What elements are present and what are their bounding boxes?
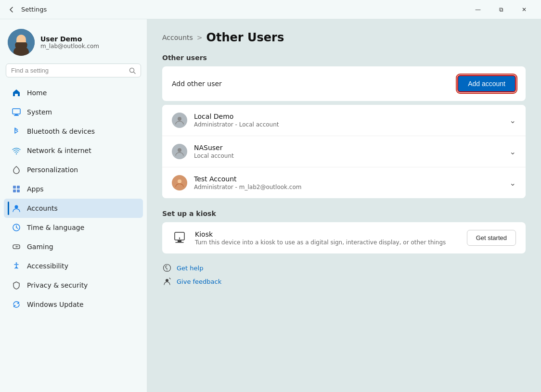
accessibility-icon [12, 261, 21, 271]
app-body: User Demo m_lab@outlook.com Home [0, 19, 541, 392]
kiosk-section: Set up a kiosk Kiosk Turn this device in… [162, 210, 526, 253]
get-help-link[interactable]: Get help [162, 263, 526, 273]
sidebar-item-system-label: System [27, 108, 52, 116]
user-row-name-local-demo: Local Demo [194, 113, 510, 120]
avatar [8, 29, 35, 56]
titlebar-title: Settings [21, 6, 467, 13]
svg-point-19 [16, 263, 17, 264]
sidebar-item-apps-label: Apps [27, 185, 44, 193]
sidebar-item-gaming[interactable]: Gaming [4, 237, 143, 256]
sidebar-item-time-label: Time & language [27, 224, 84, 231]
time-icon [12, 223, 21, 232]
titlebar: Settings — ⧉ ✕ [0, 0, 541, 19]
sidebar: User Demo m_lab@outlook.com Home [0, 19, 147, 392]
user-row-test-account[interactable]: Test Account Administrator - m_lab2@outl… [162, 167, 526, 198]
minimize-button[interactable]: — [467, 2, 489, 17]
svg-rect-5 [13, 109, 20, 114]
system-icon [12, 107, 21, 117]
sidebar-item-update-label: Windows Update [27, 301, 84, 308]
user-avatar-nasuser [172, 144, 187, 159]
bluetooth-icon [12, 126, 21, 136]
sidebar-item-system[interactable]: System [4, 102, 143, 122]
add-user-row: Add other user Add account [162, 66, 526, 101]
user-row-local-demo[interactable]: Local Demo Administrator - Local account… [162, 105, 526, 136]
get-started-button[interactable]: Get started [467, 230, 516, 246]
user-email: m_lab@outlook.com [40, 43, 99, 50]
breadcrumb: Accounts > Other Users [162, 31, 526, 44]
svg-point-20 [178, 117, 181, 121]
user-avatar-local-demo [172, 113, 187, 128]
other-users-title: Other users [162, 54, 526, 62]
chevron-down-icon-test-account: ⌄ [510, 178, 516, 188]
breadcrumb-current: Other Users [206, 31, 284, 44]
user-name: User Demo [40, 35, 99, 43]
personalization-icon [12, 165, 21, 175]
kiosk-icon [172, 230, 187, 246]
user-row-nasuser[interactable]: NASuser Local account ⌄ [162, 136, 526, 167]
get-help-label: Get help [177, 265, 203, 272]
sidebar-item-accessibility[interactable]: Accessibility [4, 256, 143, 276]
sidebar-item-accessibility-label: Accessibility [27, 262, 68, 270]
user-row-info-test-account: Test Account Administrator - m_lab2@outl… [194, 175, 510, 190]
svg-point-29 [166, 279, 168, 282]
home-icon [12, 88, 21, 98]
back-button[interactable] [6, 4, 17, 15]
svg-point-18 [17, 246, 18, 247]
sidebar-item-privacy[interactable]: Privacy & security [4, 276, 143, 295]
user-row-sub-nasuser: Local account [194, 152, 510, 159]
give-feedback-link[interactable]: Give feedback [162, 277, 526, 286]
user-row-info-local-demo: Local Demo Administrator - Local account [194, 113, 510, 128]
sidebar-item-time[interactable]: Time & language [4, 218, 143, 237]
sidebar-item-apps[interactable]: Apps [4, 179, 143, 199]
privacy-icon [12, 280, 21, 290]
svg-point-21 [178, 148, 181, 152]
sidebar-item-personalization-label: Personalization [27, 166, 78, 174]
maximize-button[interactable]: ⧉ [490, 2, 512, 17]
user-avatar-test-account [172, 175, 187, 190]
footer-links: Get help Give feedback [162, 263, 526, 286]
breadcrumb-parent[interactable]: Accounts [162, 34, 193, 41]
search-icon [129, 67, 136, 74]
add-account-button[interactable]: Add account [457, 75, 516, 92]
sidebar-item-home-label: Home [27, 89, 47, 97]
user-row-name-test-account: Test Account [194, 175, 510, 183]
kiosk-section-title: Set up a kiosk [162, 210, 526, 217]
user-profile[interactable]: User Demo m_lab@outlook.com [0, 25, 147, 63]
update-icon [12, 300, 21, 309]
sidebar-item-network[interactable]: Network & internet [4, 141, 143, 160]
window-controls: — ⧉ ✕ [467, 2, 535, 17]
give-feedback-label: Give feedback [177, 278, 221, 285]
sidebar-item-gaming-label: Gaming [27, 243, 53, 251]
sidebar-item-home[interactable]: Home [4, 83, 143, 102]
sidebar-item-personalization[interactable]: Personalization [4, 160, 143, 179]
close-button[interactable]: ✕ [513, 2, 535, 17]
help-icon [162, 263, 172, 273]
user-row-sub-local-demo: Administrator - Local account [194, 121, 510, 128]
sidebar-item-accounts[interactable]: Accounts [4, 199, 143, 218]
svg-point-22 [178, 179, 181, 183]
user-row-name-nasuser: NASuser [194, 144, 510, 152]
svg-rect-9 [13, 186, 16, 189]
user-row-info-nasuser: NASuser Local account [194, 144, 510, 159]
feedback-icon [162, 277, 172, 286]
accounts-icon [12, 203, 21, 213]
svg-point-13 [15, 205, 18, 209]
kiosk-card: Kiosk Turn this device into a kiosk to u… [162, 222, 526, 253]
svg-point-28 [167, 270, 167, 271]
chevron-down-icon-local-demo: ⌄ [510, 116, 516, 125]
search-input[interactable] [11, 67, 125, 74]
kiosk-description: Turn this device into a kiosk to use as … [195, 239, 459, 246]
svg-point-8 [16, 153, 17, 154]
kiosk-info: Kiosk Turn this device into a kiosk to u… [195, 230, 459, 246]
search-box[interactable] [6, 63, 141, 77]
breadcrumb-separator: > [197, 34, 203, 41]
other-users-section: Other users Add other user Add account [162, 54, 526, 198]
apps-icon [12, 184, 21, 194]
user-info: User Demo m_lab@outlook.com [40, 35, 99, 50]
sidebar-item-update[interactable]: Windows Update [4, 295, 143, 314]
svg-rect-10 [17, 186, 20, 189]
sidebar-item-bluetooth[interactable]: Bluetooth & devices [4, 122, 143, 141]
network-icon [12, 146, 21, 155]
gaming-icon [12, 242, 21, 252]
svg-rect-12 [17, 190, 20, 192]
